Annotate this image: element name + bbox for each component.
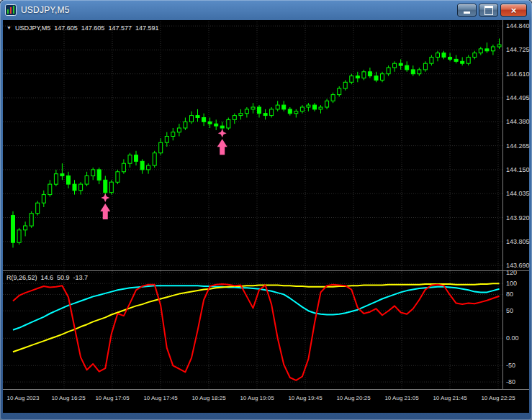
time-axis[interactable]: 10 Aug 202310 Aug 16:2510 Aug 17:0510 Au… (3, 390, 529, 413)
time-tick-label: 10 Aug 20:25 (336, 395, 370, 401)
signal-star-icon (101, 193, 109, 202)
axis-tick-label: 143.690 (506, 262, 530, 269)
time-tick-label: 10 Aug 17:45 (143, 395, 177, 401)
axis-tick-label: 144.840 (506, 22, 530, 29)
ohlc-close: 147.591 (135, 24, 159, 32)
ohlc-open: 147.605 (54, 24, 78, 32)
price-axis-separator (502, 20, 503, 389)
axis-tick-label: 144.265 (506, 142, 530, 150)
grid (3, 22, 503, 270)
axis-tick-label: 100 (506, 280, 517, 287)
indicator-value-2: 50.9 (57, 274, 70, 281)
chart-content: ▼ USDJPY,M5 147.605 147.605 147.577 147.… (3, 20, 529, 413)
price-axis[interactable]: 144.840144.725144.610144.495144.380144.2… (505, 22, 529, 270)
time-tick-label: 10 Aug 16:25 (51, 395, 85, 401)
signal-arrow-up-icon (100, 204, 110, 219)
chart-header: ▼ USDJPY,M5 147.605 147.605 147.577 147.… (6, 24, 158, 32)
axis-tick-label: 144.380 (506, 118, 530, 125)
axis-tick-label: 50 (506, 307, 513, 314)
minimize-button[interactable] (457, 4, 477, 17)
axis-tick-label: 144.495 (506, 94, 530, 101)
close-button[interactable]: × (500, 4, 527, 17)
buy-signal[interactable] (217, 129, 227, 155)
axis-tick-label: 144.150 (506, 166, 530, 173)
mt4-chart-window: USDJPY,M5 × ▼ USDJPY,M5 147.605 147.605 … (0, 0, 532, 420)
maximize-button[interactable] (479, 4, 498, 17)
candles (12, 39, 502, 248)
time-tick-label: 10 Aug 22:25 (481, 395, 515, 401)
indicator-value-1: 14.6 (41, 274, 54, 281)
time-tick-label: 10 Aug 18:25 (191, 395, 225, 401)
time-tick-label: 10 Aug 21:45 (433, 395, 466, 401)
indicator-axis[interactable]: 12010080500.00-50-80 (505, 271, 529, 389)
axis-tick-label: -80 (506, 378, 515, 385)
titlebar[interactable]: USDJPY,M5 × (0, 0, 532, 20)
indicator-header: R(9,26,52) 14.6 50.9 -13.7 (6, 274, 88, 281)
buy-signal[interactable] (100, 193, 110, 219)
axis-tick-label: 143.920 (506, 214, 530, 222)
ohlc-low: 147.577 (108, 24, 132, 32)
ohlc-high: 147.605 (81, 24, 105, 32)
window-chart-icon (5, 4, 17, 16)
time-tick-label: 10 Aug 19:45 (288, 395, 322, 401)
axis-tick-label: 0.00 (506, 334, 519, 342)
chart-dropdown-icon[interactable]: ▼ (6, 24, 12, 32)
close-icon: × (511, 6, 517, 15)
time-tick-label: 10 Aug 19:05 (240, 395, 274, 401)
axis-tick-label: 144.610 (506, 70, 530, 78)
axis-tick-label: 144.725 (506, 46, 530, 53)
axis-tick-label: 144.035 (506, 190, 530, 197)
window-title: USDJPY,M5 (21, 5, 70, 15)
time-tick-label: 10 Aug 17:05 (95, 395, 129, 401)
axis-tick-label: 143.805 (506, 238, 530, 245)
axis-tick-label: 80 (506, 291, 513, 298)
minimize-icon (464, 12, 470, 14)
yellow-line (13, 283, 500, 352)
signal-star-icon (218, 129, 227, 137)
oscillator-chart[interactable] (3, 271, 503, 389)
window-controls: × (457, 4, 527, 17)
candlestick-chart[interactable] (3, 22, 503, 270)
chart-symbol-label: USDJPY,M5 (15, 24, 50, 32)
signal-arrow-up-icon (217, 139, 227, 155)
time-tick-label: 10 Aug 21:05 (384, 395, 418, 401)
indicator-value-3: -13.7 (73, 274, 89, 281)
indicator-name: R(9,26,52) (6, 274, 37, 281)
time-tick-label: 10 Aug 2023 (7, 395, 40, 401)
maximize-icon (484, 6, 493, 15)
axis-tick-label: -50 (506, 362, 515, 369)
cyan-line (13, 286, 500, 330)
axis-tick-label: 120 (506, 269, 517, 276)
